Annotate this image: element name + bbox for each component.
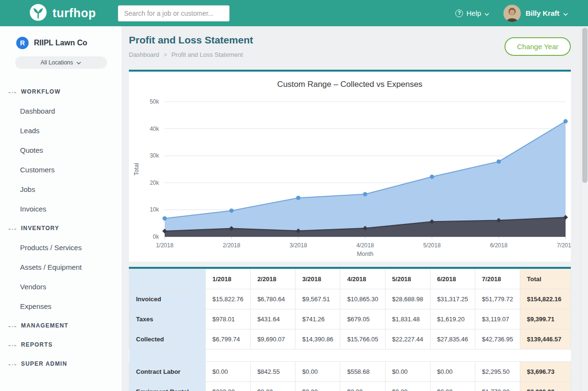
value-cell: $15,822.76 [206,289,251,309]
value-cell: $9,567.51 [295,289,340,309]
page-title: Profit and Loss Statement [129,34,253,46]
column-header: 5/2018 [385,269,430,289]
pnl-area-chart: 0k10k20k30k40k50k1/20182/20183/20184/201… [129,95,571,262]
chart-title: Custom Range – Collected vs Expenses [129,72,571,95]
spacer-cell [251,349,295,362]
sidebar-item-vendors[interactable]: Vendors [0,277,122,296]
sidebar-item-products-services[interactable]: Products / Services [0,238,122,257]
turfhop-logo-icon [29,3,48,24]
sidebar-item-jobs[interactable]: Jobs [0,180,122,199]
total-cell: $3,696.73 [520,362,571,382]
value-cell: $2,295.50 [475,362,520,382]
spacer-cell [520,349,571,362]
change-year-button[interactable]: Change Year [504,37,571,56]
column-header: Total [520,269,571,289]
svg-text:Total: Total [133,163,140,175]
spacer-cell [295,349,340,362]
svg-text:Month: Month [357,251,374,257]
section-collapse-icon [9,360,16,367]
svg-text:5/2018: 5/2018 [423,242,441,249]
svg-text:20k: 20k [150,180,159,186]
value-cell: $31,317.25 [430,289,475,309]
topbar: turfhop ? Help Billy Kraft [0,0,588,26]
sidebar-item-customers[interactable]: Customers [0,160,122,180]
value-cell: $1,831.48 [385,309,430,329]
value-cell: $0.00 [385,382,430,391]
value-cell: $15,766.05 [340,329,385,349]
pnl-table-card: 1/20182/20183/20184/20185/20186/20187/20… [129,267,571,391]
breadcrumb-separator: > [164,51,168,58]
sidebar-section-reports[interactable]: REPORTS [0,335,122,354]
breadcrumb-dashboard[interactable]: Dashboard [129,51,159,58]
user-avatar[interactable] [504,5,521,22]
spacer-cell [430,349,475,362]
sidebar-section-super-admin[interactable]: SUPER ADMIN [0,354,122,373]
spacer-cell [385,349,430,362]
value-cell: $978.01 [206,309,251,329]
sidebar-section-label: MANAGEMENT [21,322,68,329]
brand-name: turfhop [52,6,96,20]
chevron-down-icon[interactable] [563,9,568,18]
table-row: Contract Labor$0.00$842.55$0.00$558.68$0… [129,362,571,382]
svg-text:0k: 0k [153,233,159,240]
page-scrollbar-thumb[interactable] [582,28,588,183]
value-cell: $22,227.44 [385,329,430,349]
brand-logo[interactable]: turfhop [0,3,96,24]
breadcrumb: Dashboard > Profit and Loss Statement [129,51,253,58]
row-label: Taxes [129,309,206,329]
svg-text:4/2018: 4/2018 [357,242,374,249]
sidebar-item-assets-equipment[interactable]: Assets / Equipment [0,257,122,277]
sidebar-section-workflow[interactable]: WORKFLOW [0,82,122,101]
sidebar-item-invoices[interactable]: Invoices [0,199,122,219]
total-cell: $2,090.00 [520,382,571,391]
breadcrumb-current: Profit and Loss Statement [171,51,243,58]
row-label: Invoiced [129,289,206,309]
svg-text:50k: 50k [150,98,159,105]
value-cell: $431.64 [251,309,295,329]
value-cell: $842.55 [251,362,295,382]
sidebar-item-quotes[interactable]: Quotes [0,140,122,160]
table-row: Invoiced$15,822.76$6,780.64$9,567.51$10,… [129,289,571,309]
help-menu[interactable]: ? Help [455,9,489,17]
search-input[interactable] [118,5,230,21]
sidebar-item-leads[interactable]: Leads [0,121,122,140]
sidebar-item-expenses[interactable]: Expenses [0,296,122,316]
value-cell: $0.00 [251,382,295,391]
user-name[interactable]: Billy Kraft [525,9,559,17]
sidebar-section-management[interactable]: MANAGEMENT [0,316,122,335]
page-scrollbar-track[interactable] [581,26,588,391]
value-cell: $9,690.07 [251,329,295,349]
row-label-header [129,269,206,289]
value-cell: $6,799.74 [206,329,251,349]
value-cell: $28,688.98 [385,289,430,309]
total-cell: $139,446.57 [520,329,571,349]
sidebar-section-inventory[interactable]: INVENTORY [0,219,122,238]
value-cell: $51,779.72 [475,289,520,309]
svg-text:7/2018: 7/2018 [557,242,571,249]
column-header: 7/2018 [475,269,520,289]
svg-text:1/2018: 1/2018 [156,242,174,249]
value-cell: $1,619.20 [430,309,475,329]
locations-dropdown[interactable]: All Locations [15,56,107,69]
value-cell: $10,865.30 [340,289,385,309]
sidebar-section-label: WORKFLOW [21,88,61,95]
svg-text:2/2018: 2/2018 [223,242,241,249]
table-row: Taxes$978.01$431.64$741.26$679.05$1,831.… [129,309,571,329]
table-header-row: 1/20182/20183/20184/20185/20186/20187/20… [129,269,571,289]
column-header: 6/2018 [430,269,475,289]
spacer-cell [340,349,385,362]
value-cell: $0.00 [206,362,251,382]
row-label: Contract Labor [129,362,206,382]
sidebar-section-label: INVENTORY [21,225,59,232]
pnl-chart-card: Custom Range – Collected vs Expenses 0k1… [129,70,571,262]
spacer-cell [475,349,520,362]
sidebar: R RIIPL Lawn Co All Locations WORKFLOWDa… [0,26,122,391]
column-header: 1/2018 [206,269,251,289]
value-cell: $741.26 [295,309,340,329]
value-cell: $558.68 [340,362,385,382]
company-header: R RIIPL Lawn Co [0,26,122,49]
value-cell: $0.00 [385,362,430,382]
sidebar-item-dashboard[interactable]: Dashboard [0,101,122,121]
company-logo-icon: R [16,37,29,49]
spacer-cell [129,349,206,362]
